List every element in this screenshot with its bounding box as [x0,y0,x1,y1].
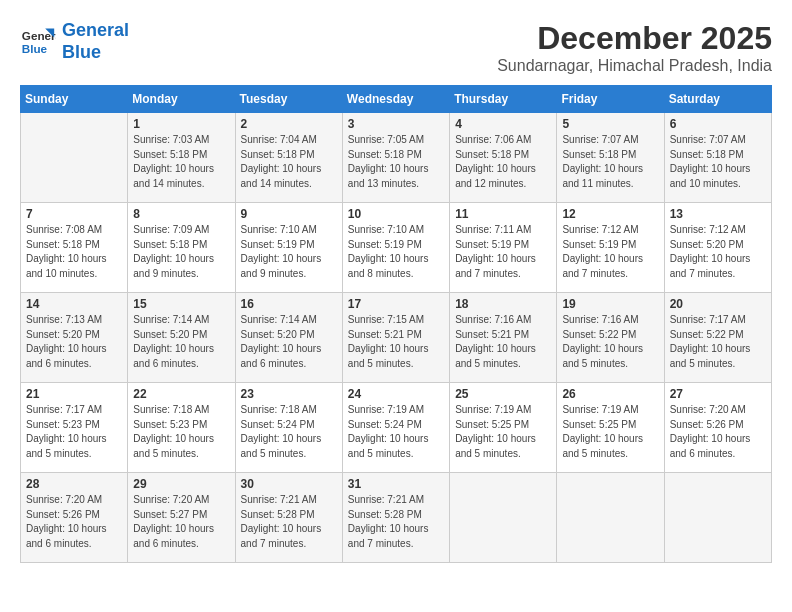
day-number: 18 [455,297,551,311]
day-number: 17 [348,297,444,311]
calendar: SundayMondayTuesdayWednesdayThursdayFrid… [20,85,772,563]
day-cell-6: 6Sunrise: 7:07 AM Sunset: 5:18 PM Daylig… [664,113,771,203]
day-number: 22 [133,387,229,401]
day-info: Sunrise: 7:10 AM Sunset: 5:19 PM Dayligh… [348,223,444,281]
day-info: Sunrise: 7:19 AM Sunset: 5:25 PM Dayligh… [562,403,658,461]
day-cell-24: 24Sunrise: 7:19 AM Sunset: 5:24 PM Dayli… [342,383,449,473]
weekday-header-wednesday: Wednesday [342,86,449,113]
day-info: Sunrise: 7:13 AM Sunset: 5:20 PM Dayligh… [26,313,122,371]
weekday-header-row: SundayMondayTuesdayWednesdayThursdayFrid… [21,86,772,113]
day-number: 13 [670,207,766,221]
day-cell-8: 8Sunrise: 7:09 AM Sunset: 5:18 PM Daylig… [128,203,235,293]
day-number: 25 [455,387,551,401]
day-number: 10 [348,207,444,221]
week-row-4: 21Sunrise: 7:17 AM Sunset: 5:23 PM Dayli… [21,383,772,473]
day-info: Sunrise: 7:19 AM Sunset: 5:24 PM Dayligh… [348,403,444,461]
day-number: 12 [562,207,658,221]
day-info: Sunrise: 7:20 AM Sunset: 5:26 PM Dayligh… [26,493,122,551]
day-cell-26: 26Sunrise: 7:19 AM Sunset: 5:25 PM Dayli… [557,383,664,473]
day-cell-16: 16Sunrise: 7:14 AM Sunset: 5:20 PM Dayli… [235,293,342,383]
day-number: 5 [562,117,658,131]
day-number: 16 [241,297,337,311]
day-cell-13: 13Sunrise: 7:12 AM Sunset: 5:20 PM Dayli… [664,203,771,293]
day-cell-9: 9Sunrise: 7:10 AM Sunset: 5:19 PM Daylig… [235,203,342,293]
day-info: Sunrise: 7:14 AM Sunset: 5:20 PM Dayligh… [241,313,337,371]
day-number: 21 [26,387,122,401]
logo-line1: General [62,20,129,40]
logo-icon: General Blue [20,24,56,60]
day-cell-19: 19Sunrise: 7:16 AM Sunset: 5:22 PM Dayli… [557,293,664,383]
empty-cell [450,473,557,563]
day-number: 1 [133,117,229,131]
day-number: 30 [241,477,337,491]
day-number: 2 [241,117,337,131]
day-cell-23: 23Sunrise: 7:18 AM Sunset: 5:24 PM Dayli… [235,383,342,473]
day-info: Sunrise: 7:20 AM Sunset: 5:26 PM Dayligh… [670,403,766,461]
day-number: 28 [26,477,122,491]
day-info: Sunrise: 7:17 AM Sunset: 5:23 PM Dayligh… [26,403,122,461]
day-number: 7 [26,207,122,221]
day-number: 8 [133,207,229,221]
day-number: 11 [455,207,551,221]
day-cell-20: 20Sunrise: 7:17 AM Sunset: 5:22 PM Dayli… [664,293,771,383]
day-cell-22: 22Sunrise: 7:18 AM Sunset: 5:23 PM Dayli… [128,383,235,473]
day-info: Sunrise: 7:11 AM Sunset: 5:19 PM Dayligh… [455,223,551,281]
day-cell-15: 15Sunrise: 7:14 AM Sunset: 5:20 PM Dayli… [128,293,235,383]
day-cell-14: 14Sunrise: 7:13 AM Sunset: 5:20 PM Dayli… [21,293,128,383]
day-cell-21: 21Sunrise: 7:17 AM Sunset: 5:23 PM Dayli… [21,383,128,473]
day-number: 9 [241,207,337,221]
day-number: 23 [241,387,337,401]
day-cell-5: 5Sunrise: 7:07 AM Sunset: 5:18 PM Daylig… [557,113,664,203]
logo: General Blue General Blue [20,20,129,63]
day-cell-30: 30Sunrise: 7:21 AM Sunset: 5:28 PM Dayli… [235,473,342,563]
weekday-header-tuesday: Tuesday [235,86,342,113]
day-cell-31: 31Sunrise: 7:21 AM Sunset: 5:28 PM Dayli… [342,473,449,563]
day-number: 4 [455,117,551,131]
day-number: 15 [133,297,229,311]
header: General Blue General Blue December 2025 … [20,20,772,75]
day-info: Sunrise: 7:18 AM Sunset: 5:23 PM Dayligh… [133,403,229,461]
logo-line2: Blue [62,42,101,62]
empty-cell [557,473,664,563]
day-cell-17: 17Sunrise: 7:15 AM Sunset: 5:21 PM Dayli… [342,293,449,383]
day-cell-29: 29Sunrise: 7:20 AM Sunset: 5:27 PM Dayli… [128,473,235,563]
day-info: Sunrise: 7:21 AM Sunset: 5:28 PM Dayligh… [241,493,337,551]
day-info: Sunrise: 7:03 AM Sunset: 5:18 PM Dayligh… [133,133,229,191]
day-number: 31 [348,477,444,491]
weekday-header-saturday: Saturday [664,86,771,113]
weekday-header-sunday: Sunday [21,86,128,113]
day-info: Sunrise: 7:14 AM Sunset: 5:20 PM Dayligh… [133,313,229,371]
day-cell-3: 3Sunrise: 7:05 AM Sunset: 5:18 PM Daylig… [342,113,449,203]
day-info: Sunrise: 7:16 AM Sunset: 5:21 PM Dayligh… [455,313,551,371]
day-number: 19 [562,297,658,311]
day-number: 6 [670,117,766,131]
day-info: Sunrise: 7:19 AM Sunset: 5:25 PM Dayligh… [455,403,551,461]
day-cell-11: 11Sunrise: 7:11 AM Sunset: 5:19 PM Dayli… [450,203,557,293]
day-info: Sunrise: 7:09 AM Sunset: 5:18 PM Dayligh… [133,223,229,281]
day-info: Sunrise: 7:07 AM Sunset: 5:18 PM Dayligh… [562,133,658,191]
month-title: December 2025 [497,20,772,57]
day-cell-28: 28Sunrise: 7:20 AM Sunset: 5:26 PM Dayli… [21,473,128,563]
empty-cell [21,113,128,203]
day-info: Sunrise: 7:05 AM Sunset: 5:18 PM Dayligh… [348,133,444,191]
day-info: Sunrise: 7:16 AM Sunset: 5:22 PM Dayligh… [562,313,658,371]
subtitle: Sundarnagar, Himachal Pradesh, India [497,57,772,75]
title-section: December 2025 Sundarnagar, Himachal Prad… [497,20,772,75]
empty-cell [664,473,771,563]
day-number: 14 [26,297,122,311]
day-number: 27 [670,387,766,401]
day-cell-25: 25Sunrise: 7:19 AM Sunset: 5:25 PM Dayli… [450,383,557,473]
day-number: 20 [670,297,766,311]
day-info: Sunrise: 7:07 AM Sunset: 5:18 PM Dayligh… [670,133,766,191]
day-info: Sunrise: 7:12 AM Sunset: 5:20 PM Dayligh… [670,223,766,281]
day-info: Sunrise: 7:21 AM Sunset: 5:28 PM Dayligh… [348,493,444,551]
day-cell-18: 18Sunrise: 7:16 AM Sunset: 5:21 PM Dayli… [450,293,557,383]
day-info: Sunrise: 7:08 AM Sunset: 5:18 PM Dayligh… [26,223,122,281]
day-info: Sunrise: 7:10 AM Sunset: 5:19 PM Dayligh… [241,223,337,281]
day-cell-27: 27Sunrise: 7:20 AM Sunset: 5:26 PM Dayli… [664,383,771,473]
day-number: 3 [348,117,444,131]
week-row-5: 28Sunrise: 7:20 AM Sunset: 5:26 PM Dayli… [21,473,772,563]
day-cell-12: 12Sunrise: 7:12 AM Sunset: 5:19 PM Dayli… [557,203,664,293]
weekday-header-friday: Friday [557,86,664,113]
day-cell-4: 4Sunrise: 7:06 AM Sunset: 5:18 PM Daylig… [450,113,557,203]
